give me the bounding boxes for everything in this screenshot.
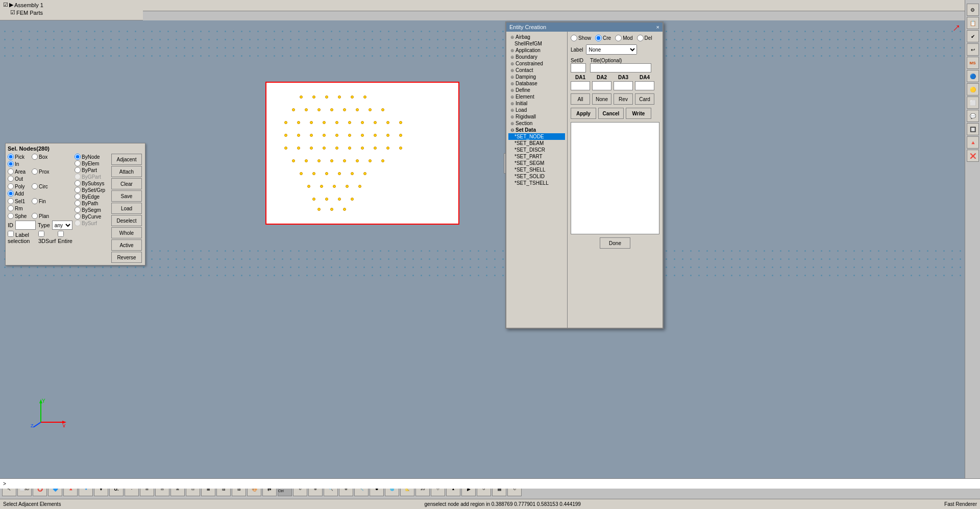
attach-button[interactable]: Attach <box>111 166 142 177</box>
bg-dot <box>486 250 487 252</box>
tree-element[interactable]: ⊕ Element <box>508 93 565 100</box>
type-select[interactable]: any <box>52 221 72 230</box>
adjacent-button[interactable]: Adjacent <box>111 154 142 165</box>
entire-check[interactable]: Entire <box>58 231 72 244</box>
radio-area[interactable]: Area <box>8 168 31 175</box>
toolbar-icon-ms[interactable]: MS <box>967 57 979 69</box>
toolbar-icon-2[interactable]: 📋 <box>967 17 979 29</box>
reverse-button[interactable]: Reverse <box>111 252 142 263</box>
tree-set-solid[interactable]: *SET_SOLID <box>508 173 565 180</box>
radio-in[interactable]: In <box>8 161 31 167</box>
save-button[interactable]: Save <box>111 190 142 202</box>
radio-circ[interactable]: Circ <box>32 183 55 189</box>
deselect-button[interactable]: Deselect <box>111 215 142 226</box>
setid-input[interactable]: 2 <box>571 63 586 72</box>
tree-set-node[interactable]: *SET_NODE <box>508 133 565 140</box>
tree-section[interactable]: ⊕ Section <box>508 120 565 127</box>
tree-shellrefgm[interactable]: ShellRefGM <box>508 40 565 47</box>
radio-sphe[interactable]: Sphe <box>8 213 31 219</box>
card-button[interactable]: Card <box>635 93 654 105</box>
radio-bysurf[interactable]: BySurf <box>75 220 110 226</box>
radio-add[interactable]: Add <box>8 190 31 197</box>
tree-damping[interactable]: ⊕ Damping <box>508 74 565 80</box>
tree-constrained[interactable]: ⊕ Constrained <box>508 60 565 67</box>
tree-airbag[interactable]: ⊕ Airbag <box>508 34 565 40</box>
radio-show[interactable]: Show <box>571 35 591 41</box>
id-input[interactable] <box>15 221 36 230</box>
radio-bysetgrp[interactable]: BySet/Grp <box>75 187 110 193</box>
tree-contact[interactable]: ⊕ Contact <box>508 67 565 74</box>
da3-input[interactable] <box>614 81 633 90</box>
toolbar-icon-7[interactable]: ⬜ <box>967 96 979 109</box>
toolbar-icon-6[interactable]: 🟡 <box>967 83 979 95</box>
cancel-button[interactable]: Cancel <box>598 108 624 119</box>
tree-rigidwall[interactable]: ⊕ Rigidwall <box>508 113 565 120</box>
bg-dot <box>257 266 259 268</box>
toolbar-icon-4[interactable]: ↩ <box>967 43 979 56</box>
radio-prox[interactable]: Prox <box>32 168 55 175</box>
radio-bysegm[interactable]: BySegm <box>75 207 110 213</box>
da4-input[interactable] <box>635 81 654 90</box>
radio-bycurve[interactable]: ByCurve <box>75 213 110 220</box>
tree-set-shell[interactable]: *SET_SHELL <box>508 166 565 173</box>
active-button[interactable]: Active <box>111 239 142 251</box>
radio-bypath[interactable]: ByPath <box>75 200 110 206</box>
radio-bysubsys[interactable]: BySubsys <box>75 180 110 186</box>
none-button[interactable]: None <box>592 93 611 105</box>
toolbar-icon-11[interactable]: ❌ <box>967 150 979 162</box>
title-input[interactable] <box>590 63 651 72</box>
da2-input[interactable] <box>592 81 611 90</box>
radio-bypart[interactable]: ByPart <box>75 167 110 173</box>
tree-database[interactable]: ⊕ Database <box>508 80 565 87</box>
radio-mod[interactable]: Mod <box>615 35 632 41</box>
tree-set-part[interactable]: *SET_PART <box>508 153 565 160</box>
tree-set-discr[interactable]: *SET_DISCR <box>508 147 565 153</box>
rev-button[interactable]: Rev <box>614 93 633 105</box>
radio-byedge[interactable]: ByEdge <box>75 193 110 200</box>
toolbar-icon-1[interactable]: ⚙ <box>967 4 979 16</box>
radio-pick[interactable]: Pick <box>8 154 31 160</box>
clear-button[interactable]: Clear <box>111 178 142 189</box>
toolbar-icon-3[interactable]: ✔ <box>967 30 979 42</box>
tree-fem-parts[interactable]: ☑ FEM Parts <box>2 9 141 16</box>
tree-set-tshell[interactable]: *SET_TSHELL <box>508 180 565 186</box>
radio-rm[interactable]: Rm <box>8 205 31 211</box>
3dsurf-check[interactable]: 3DSurf <box>38 231 56 244</box>
radio-bynode[interactable]: ByNode <box>75 154 110 160</box>
radio-poly[interactable]: Poly <box>8 183 31 189</box>
tree-application[interactable]: ⊕ Application <box>508 47 565 54</box>
radio-byelem[interactable]: ByElem <box>75 160 110 166</box>
label-selection-check[interactable]: Label selection <box>8 231 36 244</box>
dialog-close-btn[interactable]: × <box>656 24 659 30</box>
radio-fin[interactable]: Fin <box>32 198 55 204</box>
radio-bygpart[interactable]: ByGPart <box>75 174 110 180</box>
radio-sel1[interactable]: Sel1 <box>8 198 31 204</box>
da1-input[interactable] <box>571 81 590 90</box>
tree-assembly[interactable]: ☑ ▶ Assembly 1 <box>2 1 141 9</box>
tree-define[interactable]: ⊕ Define <box>508 87 565 93</box>
tree-set-beam[interactable]: *SET_BEAM <box>508 140 565 147</box>
whole-button[interactable]: Whole <box>111 227 142 238</box>
toolbar-icon-5[interactable]: 🔵 <box>967 70 979 82</box>
toolbar-icon-10[interactable]: 🔺 <box>967 136 979 149</box>
tree-initial[interactable]: ⊕ Initial <box>508 100 565 107</box>
radio-cre[interactable]: Cre <box>595 35 611 41</box>
radio-out[interactable]: Out <box>8 176 31 182</box>
tree-setdata[interactable]: ⊖ Set Data <box>508 127 565 133</box>
radio-box[interactable]: Box <box>32 154 55 160</box>
command-input[interactable] <box>8 481 977 487</box>
label-select[interactable]: None <box>586 44 637 55</box>
toolbar-icon-9[interactable]: 🔲 <box>967 123 979 135</box>
apply-button[interactable]: Apply <box>571 108 596 119</box>
all-button[interactable]: All <box>571 93 590 105</box>
tree-set-segm[interactable]: *SET_SEGM <box>508 160 565 166</box>
radio-del[interactable]: Del <box>637 35 652 41</box>
load-button[interactable]: Load <box>111 203 142 214</box>
toolbar-icon-8[interactable]: 💬 <box>967 110 979 122</box>
radio-plan[interactable]: Plan <box>32 213 55 219</box>
bg-dot <box>412 266 414 268</box>
write-button[interactable]: Write <box>626 108 651 119</box>
tree-boundary[interactable]: ⊕ Boundary <box>508 54 565 60</box>
tree-load[interactable]: ⊕ Load <box>508 107 565 113</box>
done-button[interactable]: Done <box>600 237 630 249</box>
